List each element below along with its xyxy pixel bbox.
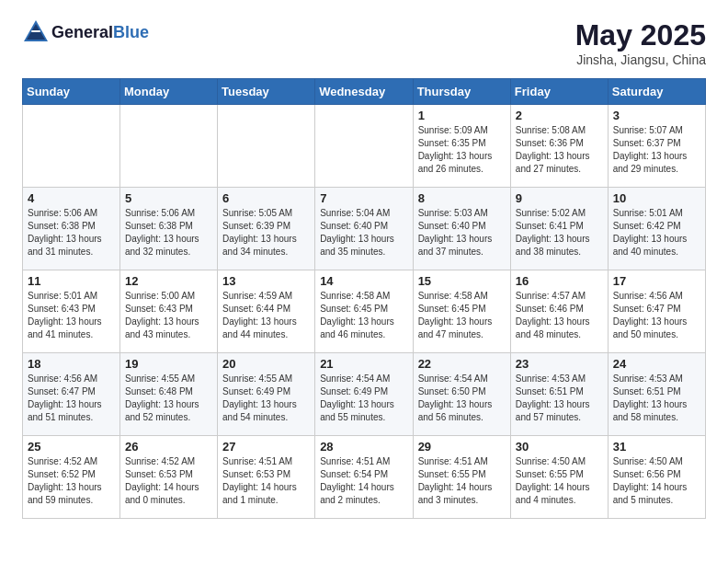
day-number: 7 <box>320 191 407 205</box>
calendar-cell: 3Sunrise: 5:07 AM Sunset: 6:37 PM Daylig… <box>608 105 705 188</box>
day-info: Sunrise: 4:50 AM Sunset: 6:55 PM Dayligh… <box>516 455 603 507</box>
calendar-cell: 6Sunrise: 5:05 AM Sunset: 6:39 PM Daylig… <box>218 188 315 270</box>
calendar-cell: 4Sunrise: 5:06 AM Sunset: 6:38 PM Daylig… <box>23 188 120 270</box>
day-number: 8 <box>418 191 506 205</box>
day-info: Sunrise: 4:53 AM Sunset: 6:51 PM Dayligh… <box>613 373 700 424</box>
calendar-week-row: 11Sunrise: 5:01 AM Sunset: 6:43 PM Dayli… <box>23 270 706 353</box>
calendar-cell: 20Sunrise: 4:55 AM Sunset: 6:49 PM Dayli… <box>218 353 315 436</box>
day-number: 29 <box>418 440 506 454</box>
calendar-cell: 27Sunrise: 4:51 AM Sunset: 6:53 PM Dayli… <box>218 436 315 519</box>
day-header-thursday: Thursday <box>413 79 510 105</box>
logo-text: GeneralBlue <box>51 23 149 42</box>
calendar-cell <box>120 105 218 188</box>
day-header-tuesday: Tuesday <box>218 79 315 105</box>
calendar-cell: 1Sunrise: 5:09 AM Sunset: 6:35 PM Daylig… <box>413 105 510 188</box>
day-info: Sunrise: 5:00 AM Sunset: 6:43 PM Dayligh… <box>125 290 212 341</box>
page: GeneralBlue May 2025 Jinsha, Jiangsu, Ch… <box>0 0 728 537</box>
calendar-week-row: 4Sunrise: 5:06 AM Sunset: 6:38 PM Daylig… <box>23 188 706 270</box>
day-number: 22 <box>418 357 506 371</box>
calendar-cell: 30Sunrise: 4:50 AM Sunset: 6:55 PM Dayli… <box>510 436 608 519</box>
day-info: Sunrise: 5:04 AM Sunset: 6:40 PM Dayligh… <box>320 207 407 259</box>
day-info: Sunrise: 4:50 AM Sunset: 6:56 PM Dayligh… <box>613 455 700 507</box>
day-info: Sunrise: 5:01 AM Sunset: 6:43 PM Dayligh… <box>28 290 115 341</box>
day-number: 31 <box>613 440 700 454</box>
day-info: Sunrise: 4:57 AM Sunset: 6:46 PM Dayligh… <box>516 290 603 341</box>
day-number: 16 <box>516 274 603 288</box>
day-number: 13 <box>222 274 310 288</box>
day-number: 5 <box>125 191 212 205</box>
day-info: Sunrise: 5:06 AM Sunset: 6:38 PM Dayligh… <box>28 207 115 259</box>
calendar-header-row: SundayMondayTuesdayWednesdayThursdayFrid… <box>23 79 706 105</box>
calendar-cell: 23Sunrise: 4:53 AM Sunset: 6:51 PM Dayli… <box>510 353 608 436</box>
calendar-cell: 12Sunrise: 5:00 AM Sunset: 6:43 PM Dayli… <box>120 270 218 353</box>
day-number: 26 <box>125 440 212 454</box>
day-info: Sunrise: 5:02 AM Sunset: 6:41 PM Dayligh… <box>516 207 603 259</box>
day-info: Sunrise: 4:53 AM Sunset: 6:51 PM Dayligh… <box>516 373 603 424</box>
calendar-cell: 24Sunrise: 4:53 AM Sunset: 6:51 PM Dayli… <box>608 353 705 436</box>
calendar-cell: 11Sunrise: 5:01 AM Sunset: 6:43 PM Dayli… <box>23 270 120 353</box>
calendar-cell: 10Sunrise: 5:01 AM Sunset: 6:42 PM Dayli… <box>608 188 705 270</box>
day-number: 21 <box>320 357 407 371</box>
calendar-cell: 7Sunrise: 5:04 AM Sunset: 6:40 PM Daylig… <box>315 188 413 270</box>
calendar-week-row: 25Sunrise: 4:52 AM Sunset: 6:52 PM Dayli… <box>23 436 706 519</box>
day-info: Sunrise: 4:54 AM Sunset: 6:50 PM Dayligh… <box>418 373 506 424</box>
calendar-week-row: 18Sunrise: 4:56 AM Sunset: 6:47 PM Dayli… <box>23 353 706 436</box>
calendar-cell: 13Sunrise: 4:59 AM Sunset: 6:44 PM Dayli… <box>218 270 315 353</box>
day-info: Sunrise: 4:59 AM Sunset: 6:44 PM Dayligh… <box>222 290 310 341</box>
calendar-cell: 29Sunrise: 4:51 AM Sunset: 6:55 PM Dayli… <box>413 436 510 519</box>
day-info: Sunrise: 5:07 AM Sunset: 6:37 PM Dayligh… <box>613 124 700 176</box>
day-info: Sunrise: 5:03 AM Sunset: 6:40 PM Dayligh… <box>418 207 506 259</box>
day-info: Sunrise: 4:51 AM Sunset: 6:55 PM Dayligh… <box>418 455 506 507</box>
day-header-wednesday: Wednesday <box>315 79 413 105</box>
day-header-friday: Friday <box>510 79 608 105</box>
calendar-cell: 22Sunrise: 4:54 AM Sunset: 6:50 PM Dayli… <box>413 353 510 436</box>
day-info: Sunrise: 5:01 AM Sunset: 6:42 PM Dayligh… <box>613 207 700 259</box>
svg-rect-2 <box>31 30 40 32</box>
day-info: Sunrise: 4:56 AM Sunset: 6:47 PM Dayligh… <box>613 290 700 341</box>
day-info: Sunrise: 4:51 AM Sunset: 6:53 PM Dayligh… <box>222 455 310 507</box>
day-number: 20 <box>222 357 310 371</box>
logo-icon <box>22 18 50 46</box>
day-info: Sunrise: 5:08 AM Sunset: 6:36 PM Dayligh… <box>516 124 603 176</box>
calendar-cell: 8Sunrise: 5:03 AM Sunset: 6:40 PM Daylig… <box>413 188 510 270</box>
day-number: 19 <box>125 357 212 371</box>
day-header-monday: Monday <box>120 79 218 105</box>
day-number: 17 <box>613 274 700 288</box>
day-info: Sunrise: 4:55 AM Sunset: 6:48 PM Dayligh… <box>125 373 212 424</box>
day-number: 28 <box>320 440 407 454</box>
day-number: 10 <box>613 191 700 205</box>
day-info: Sunrise: 5:09 AM Sunset: 6:35 PM Dayligh… <box>418 124 506 176</box>
day-number: 4 <box>28 191 115 205</box>
calendar-cell: 26Sunrise: 4:52 AM Sunset: 6:53 PM Dayli… <box>120 436 218 519</box>
calendar-cell: 16Sunrise: 4:57 AM Sunset: 6:46 PM Dayli… <box>510 270 608 353</box>
calendar-cell: 5Sunrise: 5:06 AM Sunset: 6:38 PM Daylig… <box>120 188 218 270</box>
day-number: 14 <box>320 274 407 288</box>
calendar-cell: 31Sunrise: 4:50 AM Sunset: 6:56 PM Dayli… <box>608 436 705 519</box>
day-number: 18 <box>28 357 115 371</box>
calendar-cell <box>23 105 120 188</box>
day-number: 15 <box>418 274 506 288</box>
day-number: 24 <box>613 357 700 371</box>
calendar-cell: 15Sunrise: 4:58 AM Sunset: 6:45 PM Dayli… <box>413 270 510 353</box>
day-info: Sunrise: 4:56 AM Sunset: 6:47 PM Dayligh… <box>28 373 115 424</box>
day-number: 25 <box>28 440 115 454</box>
day-info: Sunrise: 4:52 AM Sunset: 6:52 PM Dayligh… <box>28 455 115 507</box>
day-info: Sunrise: 4:55 AM Sunset: 6:49 PM Dayligh… <box>222 373 310 424</box>
day-info: Sunrise: 4:54 AM Sunset: 6:49 PM Dayligh… <box>320 373 407 424</box>
location: Jinsha, Jiangsu, China <box>575 52 706 67</box>
day-info: Sunrise: 4:58 AM Sunset: 6:45 PM Dayligh… <box>418 290 506 341</box>
day-info: Sunrise: 5:05 AM Sunset: 6:39 PM Dayligh… <box>222 207 310 259</box>
header: GeneralBlue May 2025 Jinsha, Jiangsu, Ch… <box>22 18 706 67</box>
day-number: 23 <box>516 357 603 371</box>
day-info: Sunrise: 4:58 AM Sunset: 6:45 PM Dayligh… <box>320 290 407 341</box>
calendar-cell: 21Sunrise: 4:54 AM Sunset: 6:49 PM Dayli… <box>315 353 413 436</box>
calendar-cell: 28Sunrise: 4:51 AM Sunset: 6:54 PM Dayli… <box>315 436 413 519</box>
calendar-table: SundayMondayTuesdayWednesdayThursdayFrid… <box>22 78 706 519</box>
day-number: 6 <box>222 191 310 205</box>
title-block: May 2025 Jinsha, Jiangsu, China <box>575 18 706 67</box>
day-number: 1 <box>418 109 506 122</box>
calendar-week-row: 1Sunrise: 5:09 AM Sunset: 6:35 PM Daylig… <box>23 105 706 188</box>
day-number: 9 <box>516 191 603 205</box>
calendar-cell: 14Sunrise: 4:58 AM Sunset: 6:45 PM Dayli… <box>315 270 413 353</box>
logo-general: General <box>51 23 113 41</box>
